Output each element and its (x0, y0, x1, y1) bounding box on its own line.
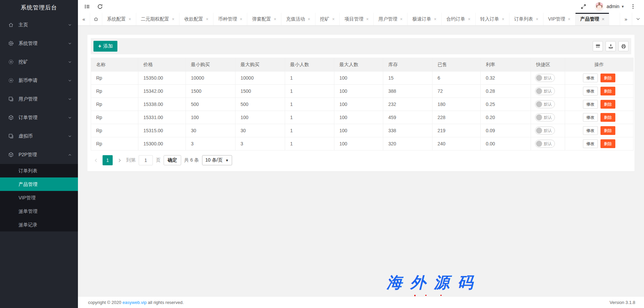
close-icon[interactable]: × (274, 17, 276, 22)
sidebar-item[interactable]: 挖矿 (0, 53, 78, 71)
tab[interactable]: 挖矿× (315, 13, 340, 25)
sidebar-item[interactable]: 虚拟币 (0, 127, 78, 145)
close-icon[interactable]: × (129, 17, 131, 22)
edit-button[interactable]: 修改 (583, 100, 598, 109)
sidebar-item[interactable]: 订单管理 (0, 108, 78, 127)
delete-button[interactable]: 删除 (600, 126, 615, 135)
delete-button[interactable]: 删除 (600, 139, 615, 148)
page-number[interactable]: 1 (103, 155, 113, 165)
filter-columns-button[interactable] (593, 41, 603, 51)
table-cell: 459 (383, 111, 432, 124)
fullscreen-icon[interactable] (577, 0, 590, 13)
avatar[interactable] (595, 2, 604, 11)
close-icon[interactable]: × (400, 17, 403, 22)
printer-icon (621, 44, 626, 49)
version-label: Version 3.1.8 (610, 300, 635, 305)
home-tab[interactable] (90, 13, 102, 25)
prev-page-icon[interactable] (92, 155, 100, 165)
sidebar-item[interactable]: 主页 (0, 16, 78, 34)
close-icon[interactable]: × (206, 17, 208, 22)
sidebar-item[interactable]: 用户管理 (0, 90, 78, 108)
add-button[interactable]: + 添加 (93, 41, 117, 52)
copyright-link[interactable]: easyweb.vip (122, 300, 147, 305)
submenu-item[interactable]: VIP管理 (0, 191, 78, 204)
default-toggle[interactable]: 默认 (535, 113, 555, 121)
delete-button[interactable]: 删除 (600, 74, 615, 82)
tab[interactable]: 合约订单× (442, 13, 476, 25)
edit-button[interactable]: 修改 (583, 126, 598, 135)
sidebar-item[interactable]: 系统管理 (0, 34, 78, 53)
close-icon[interactable]: × (568, 17, 570, 22)
default-toggle[interactable]: 默认 (535, 100, 555, 108)
close-icon[interactable]: × (602, 17, 605, 22)
page-input[interactable] (139, 155, 153, 165)
toggle-label: 默认 (544, 102, 552, 107)
close-icon[interactable]: × (434, 17, 437, 22)
tab[interactable]: 订单列表× (509, 13, 543, 25)
sidebar-collapse-icon[interactable] (81, 0, 93, 13)
print-button[interactable] (618, 41, 628, 51)
tab-label: 用户管理 (379, 16, 397, 22)
tabs-dropdown-icon[interactable] (632, 13, 644, 25)
close-icon[interactable]: × (536, 17, 538, 22)
tabs-scroll-left-icon[interactable]: « (78, 13, 90, 25)
table-cell: 232 (383, 98, 432, 111)
table-cell: 500 (186, 98, 235, 111)
table-body: Rp15350.00100001000011001560.32默认修改删除Rp1… (91, 72, 634, 150)
tab-label: 转入订单 (480, 16, 499, 22)
tab-label: 挖矿 (320, 16, 330, 22)
tabs-scroll-right-icon[interactable]: » (620, 13, 632, 25)
table-cell: 100 (334, 137, 383, 150)
username[interactable]: admin (607, 4, 619, 9)
page-size-select[interactable]: 10 条/页 ▼ (202, 155, 232, 165)
edit-button[interactable]: 修改 (583, 74, 598, 82)
tab[interactable]: 收款配置× (179, 13, 214, 25)
watermark-url: www.haiwaiym.com (363, 293, 505, 296)
table-cell: 10000 (235, 72, 285, 85)
kebab-menu-icon[interactable] (626, 0, 639, 13)
table-cell: 30 (235, 124, 285, 137)
submenu-item[interactable]: 派单管理 (0, 204, 78, 218)
close-icon[interactable]: × (172, 17, 175, 22)
edit-button[interactable]: 修改 (583, 87, 598, 95)
close-icon[interactable]: × (332, 17, 335, 22)
confirm-button[interactable]: 确定 (164, 155, 181, 165)
tab[interactable]: 二元期权配置× (136, 13, 180, 25)
table-row: Rp15350.00100001000011001560.32默认修改删除 (91, 72, 634, 85)
sidebar-item[interactable]: P2P管理 (0, 145, 78, 164)
tab[interactable]: 极速订单× (408, 13, 442, 25)
next-page-icon[interactable] (116, 155, 123, 165)
delete-button[interactable]: 删除 (600, 113, 615, 122)
delete-button[interactable]: 删除 (600, 100, 615, 109)
tab[interactable]: 充值活动× (281, 13, 315, 25)
edit-button[interactable]: 修改 (583, 139, 598, 148)
tab[interactable]: 弹窗配置× (247, 13, 281, 25)
submenu-item[interactable]: 派单记录 (0, 218, 78, 231)
close-icon[interactable]: × (366, 17, 369, 22)
tab[interactable]: 用户管理× (374, 13, 408, 25)
refresh-icon[interactable] (93, 0, 106, 13)
chevron-down-icon (68, 134, 72, 138)
chevron-down-icon (68, 79, 72, 83)
default-toggle[interactable]: 默认 (535, 87, 555, 95)
close-icon[interactable]: × (468, 17, 471, 22)
delete-button[interactable]: 删除 (600, 87, 615, 95)
submenu-item[interactable]: 订单列表 (0, 164, 78, 177)
edit-button[interactable]: 修改 (583, 113, 598, 122)
goto-suffix-label: 页 (156, 157, 161, 163)
submenu-item[interactable]: 产品管理 (0, 177, 78, 191)
tab[interactable]: 产品管理× (576, 13, 610, 25)
tab[interactable]: 转入订单× (476, 13, 510, 25)
close-icon[interactable]: × (502, 17, 505, 22)
export-button[interactable] (606, 41, 616, 51)
tab[interactable]: 系统配置× (102, 13, 136, 25)
tab[interactable]: 项目管理× (340, 13, 374, 25)
default-toggle[interactable]: 默认 (535, 127, 555, 135)
close-icon[interactable]: × (308, 17, 310, 22)
default-toggle[interactable]: 默认 (535, 74, 555, 82)
tab[interactable]: 币种管理× (214, 13, 248, 25)
sidebar-item[interactable]: 新币申请 (0, 71, 78, 90)
close-icon[interactable]: × (240, 17, 243, 22)
default-toggle[interactable]: 默认 (535, 140, 555, 148)
tab[interactable]: VIP管理× (543, 13, 576, 25)
